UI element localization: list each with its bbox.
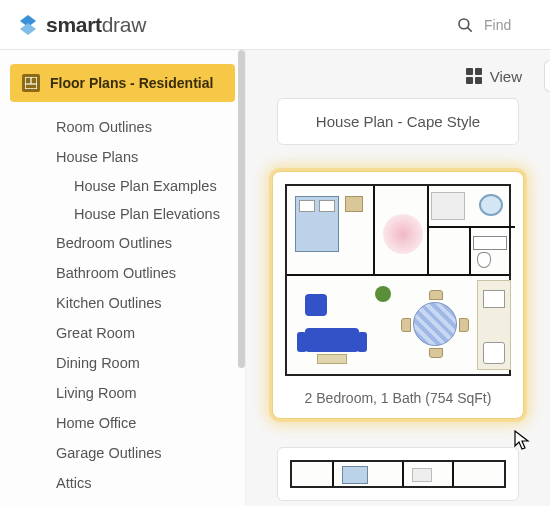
sidebar-item[interactable]: Dining Room (0, 348, 245, 378)
segmented-control-fragment[interactable] (544, 60, 550, 92)
main-panel: View House Plan - Cape Style (246, 50, 550, 506)
grid-icon (466, 68, 482, 84)
floorplan-thumbnail (285, 184, 511, 376)
template-cards: House Plan - Cape Style (246, 98, 550, 506)
sidebar-item[interactable]: Bedroom Outlines (0, 228, 245, 258)
sidebar-item[interactable]: House Plan Examples (0, 172, 245, 200)
template-title: House Plan - Cape Style (316, 113, 480, 130)
scrollbar-thumb[interactable] (238, 50, 245, 368)
template-title: 2 Bedroom, 1 Bath (754 SqFt) (285, 390, 511, 406)
search-icon[interactable] (456, 16, 474, 34)
sidebar: Floor Plans - Residential Room OutlinesH… (0, 50, 246, 506)
search-input[interactable] (484, 17, 534, 33)
template-card-selected[interactable]: 2 Bedroom, 1 Bath (754 SqFt) (272, 171, 524, 419)
main-toolbar: View (454, 60, 550, 92)
sidebar-item[interactable]: Garage Outlines (0, 438, 245, 468)
floorplan-thumbnail-partial (290, 460, 506, 488)
svg-line-3 (468, 27, 472, 31)
search (456, 16, 534, 34)
sidebar-nav: Room OutlinesHouse PlansHouse Plan Examp… (0, 108, 245, 506)
sidebar-item[interactable]: Attics (0, 468, 245, 498)
sidebar-item[interactable]: House Plans (0, 142, 245, 172)
sidebar-item[interactable]: Kitchen Outlines (0, 288, 245, 318)
logo-icon (16, 13, 40, 37)
sidebar-item[interactable]: Great Room (0, 318, 245, 348)
sidebar-category-active[interactable]: Floor Plans - Residential (10, 64, 235, 102)
sidebar-item[interactable]: Basements (0, 498, 245, 506)
svg-point-2 (459, 19, 469, 29)
view-button[interactable]: View (454, 62, 534, 91)
svg-marker-1 (20, 23, 36, 35)
sidebar-item[interactable]: Bathroom Outlines (0, 258, 245, 288)
topbar: smartdraw (0, 0, 550, 50)
sidebar-item[interactable]: Living Room (0, 378, 245, 408)
floorplan-icon (22, 74, 40, 92)
logo[interactable]: smartdraw (16, 13, 146, 37)
template-card-next[interactable] (277, 447, 519, 501)
sidebar-item[interactable]: Home Office (0, 408, 245, 438)
sidebar-category-label: Floor Plans - Residential (50, 75, 213, 91)
sidebar-item[interactable]: House Plan Elevations (0, 200, 245, 228)
template-card-prev[interactable]: House Plan - Cape Style (277, 98, 519, 145)
logo-text: smartdraw (46, 13, 146, 37)
view-label: View (490, 68, 522, 85)
sidebar-item[interactable]: Room Outlines (0, 112, 245, 142)
